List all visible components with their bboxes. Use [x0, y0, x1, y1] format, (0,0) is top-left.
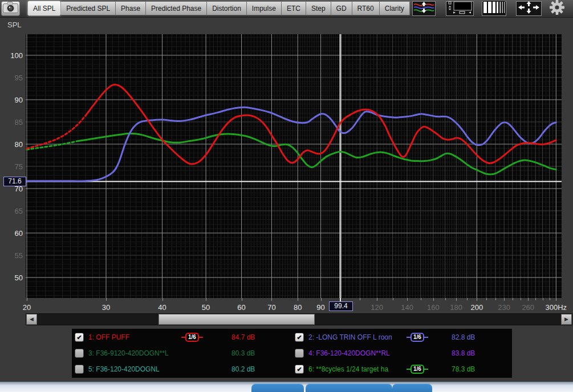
axis-tick: [242, 298, 242, 301]
toolbar: All SPLPredicted SPLPhasePredicted Phase…: [0, 0, 573, 18]
tab-etc[interactable]: ETC: [282, 1, 306, 15]
traces-icon: [413, 1, 434, 16]
legend-checkbox-1[interactable]: ✔: [75, 333, 84, 342]
x-tick-label: 50: [202, 303, 210, 312]
legend-row-3: 3: F36-9120-420DOGN**L80.3 dB: [72, 345, 292, 361]
axis-tick: [543, 298, 543, 300]
y-tick-label: 75: [0, 163, 23, 170]
axis-tick: [535, 298, 536, 300]
bottom-strip: [0, 382, 573, 392]
axis-tick: [393, 298, 393, 300]
axis-tick: [445, 298, 446, 300]
camera-button[interactable]: [1, 1, 20, 16]
badge-stub: [407, 369, 411, 370]
frequency-bands-button[interactable]: [482, 1, 506, 16]
smoothing-badge-2[interactable]: 1/6: [407, 333, 428, 342]
axis-tick: [504, 298, 505, 301]
legend-trace-label: 5: F36-120-420DOGNL: [88, 365, 181, 373]
legend-cursor-value: 80.2 dB: [231, 365, 268, 373]
tab-clarity[interactable]: Clarity: [380, 1, 410, 15]
badge-stub: [181, 337, 185, 338]
tab-impulse[interactable]: Impulse: [247, 1, 282, 15]
smoothing-value: 1/6: [185, 333, 199, 342]
trace-legend: ✔1: OFF PUFF1/684.7 dB✔2: -LONG TRIN OFF…: [72, 329, 512, 378]
tab-predicted-phase[interactable]: Predicted Phase: [146, 1, 207, 15]
smoothing-badge-6[interactable]: 1/6: [407, 365, 428, 374]
tab-strip: All SPLPredicted SPLPhasePredicted Phase…: [27, 1, 410, 17]
axis-tick: [360, 298, 360, 300]
axis-tick: [513, 298, 513, 300]
y-tick-label: 90: [0, 96, 23, 104]
gear-icon: [548, 0, 566, 18]
y-tick-label: 95: [0, 74, 23, 81]
y-tick-label: 65: [0, 207, 23, 215]
axis-tick: [162, 298, 163, 301]
settings-button[interactable]: [545, 1, 568, 16]
legend-cursor-value: 82.8 dB: [452, 333, 488, 341]
axis-tick: [407, 298, 408, 301]
x-tick-label: 140: [401, 303, 413, 312]
legend-row-1: ✔1: OFF PUFF1/684.7 dB: [72, 329, 292, 345]
tab-phase[interactable]: Phase: [116, 1, 146, 15]
axis-tick: [456, 298, 457, 301]
axis-tick: [106, 298, 107, 301]
axis-tick: [528, 298, 529, 301]
axis-tick: [550, 298, 550, 300]
legend-trace-label: 6: **8cycles 1/24 target ha: [308, 365, 407, 373]
x-tick-label: 230: [498, 303, 510, 312]
frequency-bands-icon: [483, 1, 505, 16]
legend-cursor-value: 83.8 dB: [452, 349, 488, 357]
legend-row-2: ✔2: -LONG TRIN OFF L roon1/682.8 dB: [292, 329, 512, 345]
legend-checkbox-4[interactable]: [295, 349, 304, 358]
scroll-right-arrow[interactable]: ▶: [561, 314, 572, 325]
badge-stub: [424, 369, 428, 370]
smoothing-value: 1/6: [411, 333, 424, 342]
badge-stub: [407, 337, 411, 338]
freq-scrollbar[interactable]: ◀ ▶: [26, 313, 572, 325]
tab-predicted-spl[interactable]: Predicted SPL: [61, 1, 116, 15]
legend-checkbox-6[interactable]: ✔: [295, 365, 304, 374]
plot-area[interactable]: [26, 34, 562, 298]
axis-tick: [321, 298, 322, 301]
legend-cursor-value: 80.3 dB: [231, 349, 268, 357]
y-axis-title: SPL: [7, 21, 22, 29]
legend-checkbox-2[interactable]: ✔: [295, 333, 304, 342]
legend-trace-label: 1: OFF PUFF: [88, 333, 181, 341]
x-tick-label: 300Hz: [545, 303, 567, 312]
axis-tick: [495, 298, 496, 300]
badge-stub: [199, 337, 203, 338]
tab-all-spl[interactable]: All SPL: [27, 1, 61, 16]
tab-step[interactable]: Step: [306, 1, 331, 15]
graph-limits-button[interactable]: [446, 1, 474, 16]
y-tick-label: 60: [0, 230, 23, 237]
scrollbar-thumb[interactable]: [159, 314, 315, 325]
partial-button-2[interactable]: [306, 383, 392, 392]
x-tick-label: 200: [470, 303, 483, 312]
partial-button-1[interactable]: [251, 383, 304, 392]
legend-checkbox-5[interactable]: [75, 365, 84, 374]
axis-tick: [271, 298, 272, 301]
traces-button[interactable]: [412, 1, 436, 16]
tab-distortion[interactable]: Distortion: [207, 1, 247, 15]
legend-checkbox-3[interactable]: [75, 349, 84, 358]
legend-row-6: ✔6: **8cycles 1/24 target ha1/678.3 dB: [292, 361, 512, 377]
tab-gd[interactable]: GD: [331, 1, 352, 15]
y-tick-label: 50: [0, 274, 23, 281]
scroll-left-arrow[interactable]: ◀: [26, 314, 37, 325]
partial-button-3[interactable]: [392, 383, 432, 392]
trace-curve-1: [27, 116, 86, 149]
x-tick-label: 180: [450, 303, 462, 312]
y-tick-label: 85: [0, 119, 23, 126]
legend-trace-label: 2: -LONG TRIN OFF L roon: [308, 333, 407, 341]
x-tick-label: 20: [23, 303, 31, 312]
x-tick-label: 90: [316, 303, 324, 312]
camera-icon: [3, 1, 18, 16]
x-tick-label: 30: [102, 303, 110, 312]
axis-tick: [556, 298, 556, 301]
pan-zoom-button[interactable]: [516, 1, 542, 16]
smoothing-badge-1[interactable]: 1/6: [181, 333, 203, 342]
y-tick-label: 80: [0, 141, 23, 148]
axis-tick: [27, 298, 27, 301]
tab-rt60[interactable]: RT60: [352, 1, 380, 15]
x-tick-label: 260: [522, 303, 534, 312]
